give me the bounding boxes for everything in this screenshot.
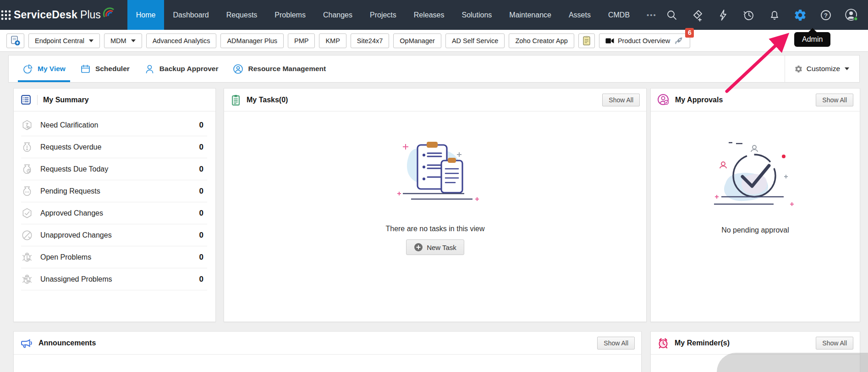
summary-row-label: Requests Due Today	[40, 165, 108, 173]
unapproved-changes-icon	[21, 229, 33, 241]
tab-resource-management[interactable]: Resource Management	[225, 56, 333, 82]
my-approvals-show-all-button[interactable]: Show All	[816, 94, 853, 106]
nav-item-cmdb[interactable]: CMDB	[599, 0, 638, 30]
announcements-header: Announcements Show All	[14, 332, 641, 355]
help-icon[interactable]: ?	[819, 8, 833, 22]
servicedesk-plus-logo[interactable]: ServiceDesk Plus	[12, 0, 127, 30]
app-button-admanager-plus[interactable]: ADManager Plus	[220, 33, 284, 48]
app-button-opmanager[interactable]: OpManager	[393, 33, 441, 48]
search-icon[interactable]	[665, 8, 679, 22]
requests-overdue-icon	[21, 141, 33, 153]
summary-row-requests-overdue[interactable]: Requests Overdue 0	[21, 136, 207, 158]
new-task-button[interactable]: New Task	[406, 239, 464, 255]
app-grid-icon[interactable]	[0, 0, 12, 30]
nav-item-assets[interactable]: Assets	[560, 0, 599, 30]
summary-row-count: 0	[199, 209, 207, 218]
nav-item-home[interactable]: Home	[127, 0, 165, 30]
summary-row-need-clarification[interactable]: Need Clarification 0	[21, 114, 207, 136]
need-clarification-icon	[21, 119, 33, 131]
release-notes-button[interactable]	[578, 33, 595, 48]
user-avatar[interactable]	[845, 8, 858, 22]
customize-dropdown[interactable]: Customize	[785, 56, 853, 82]
app-button-endpoint-central[interactable]: Endpoint Central	[28, 33, 100, 48]
tab-scheduler[interactable]: Scheduler	[73, 56, 137, 82]
summary-row-requests-due-today[interactable]: Requests Due Today 0	[21, 158, 207, 180]
nav-item-changes[interactable]: Changes	[314, 0, 361, 30]
notification-count-badge: 6	[685, 28, 694, 38]
app-button-label: Site24x7	[357, 37, 383, 44]
tab-label: Backup Approver	[159, 65, 219, 73]
caret-down-icon	[89, 39, 93, 42]
tab-label: Scheduler	[95, 65, 130, 73]
zoho-swoosh-icon	[102, 6, 115, 20]
grid-dots-icon	[0, 9, 12, 21]
my-tasks-show-all-button[interactable]: Show All	[602, 94, 640, 106]
admin-tooltip-label: Admin	[802, 35, 823, 43]
brand-name-bold: ServiceDesk	[14, 9, 77, 21]
nav-item-requests[interactable]: Requests	[218, 0, 266, 30]
summary-row-pending-requests[interactable]: Pending Requests 0	[21, 180, 207, 202]
app-button-site24x7[interactable]: Site24x7	[351, 33, 389, 48]
quick-actions-lightning-icon[interactable]	[716, 8, 730, 22]
tab-backup-approver[interactable]: Backup Approver	[137, 56, 226, 82]
summary-row-open-problems[interactable]: Open Problems 0	[21, 246, 207, 268]
app-button-label: Endpoint Central	[35, 37, 84, 44]
app-button-pmp[interactable]: PMP	[288, 33, 315, 48]
my-reminders-show-all-button[interactable]: Show All	[816, 337, 853, 350]
header-divider	[37, 95, 38, 105]
document-add-icon	[10, 35, 21, 46]
app-button-mdm[interactable]: MDM	[104, 33, 142, 48]
nav-more-ellipsis[interactable]: •••	[638, 0, 665, 30]
nav-item-dashboard[interactable]: Dashboard	[164, 0, 217, 30]
my-summary-header: My Summary	[14, 89, 215, 111]
unassigned-problems-icon	[21, 273, 33, 285]
app-button-ad-self-service[interactable]: AD Self Service	[445, 33, 505, 48]
rocket-icon	[674, 36, 684, 46]
app-button-label: Advanced Analytics	[153, 37, 210, 44]
summary-row-label: Approved Changes	[40, 209, 103, 217]
product-overview-label: Product Overview	[618, 37, 670, 44]
svg-text:?: ?	[824, 12, 828, 19]
summary-row-label: Open Problems	[40, 253, 91, 261]
notifications-bell-icon[interactable]	[768, 8, 781, 22]
app-button-advanced-analytics[interactable]: Advanced Analytics	[146, 33, 217, 48]
app-button-label: MDM	[110, 37, 126, 44]
approved-changes-icon	[21, 207, 33, 219]
my-approvals-empty-state: No pending approval	[651, 111, 860, 234]
settings-gear-icon[interactable]	[793, 8, 807, 22]
requests-due-today-icon	[21, 163, 33, 175]
ticket-add-icon[interactable]	[691, 8, 704, 22]
pie-chart-icon	[22, 64, 33, 74]
summary-row-approved-changes[interactable]: Approved Changes 0	[21, 202, 207, 224]
nav-item-releases[interactable]: Releases	[405, 0, 453, 30]
summary-row-count: 0	[199, 275, 207, 284]
new-request-doc-button[interactable]	[6, 33, 24, 48]
my-tasks-panel: My Tasks(0) Show All There are no tasks …	[224, 88, 647, 322]
tab-label: Resource Management	[248, 65, 326, 73]
nav-item-problems[interactable]: Problems	[266, 0, 314, 30]
tab-my-view[interactable]: My View	[15, 56, 73, 82]
summary-row-unassigned-problems[interactable]: Unassigned Problems 0	[21, 268, 207, 290]
tasks-clipboard-icon	[231, 94, 241, 106]
nav-item-solutions[interactable]: Solutions	[453, 0, 500, 30]
announcements-megaphone-icon	[20, 338, 33, 349]
nav-item-projects[interactable]: Projects	[361, 0, 405, 30]
summary-row-unapproved-changes[interactable]: Unapproved Changes 0	[21, 224, 207, 246]
caret-down-icon	[131, 39, 136, 42]
product-overview-button[interactable]: Product Overview 6	[599, 33, 690, 48]
app-button-zoho-creator-app[interactable]: Zoho Creator App	[509, 33, 574, 48]
app-button-label: ADManager Plus	[227, 37, 277, 44]
integrations-toolbar: Endpoint Central MDM Advanced Analytics …	[0, 30, 868, 52]
panel-title: My Reminder(s)	[675, 339, 730, 347]
nav-item-maintenance[interactable]: Maintenance	[500, 0, 560, 30]
history-icon[interactable]	[742, 8, 756, 22]
new-task-label: New Task	[427, 244, 456, 251]
announcements-panel: Announcements Show All	[13, 331, 642, 372]
top-navigation-bar: ServiceDesk Plus Home Dashboard Requests…	[0, 0, 868, 30]
summary-list-icon	[20, 94, 32, 105]
announcements-show-all-button[interactable]: Show All	[597, 337, 635, 350]
customize-label: Customize	[807, 65, 840, 73]
app-button-kmp[interactable]: KMP	[319, 33, 346, 48]
summary-row-count: 0	[199, 165, 207, 174]
panel-title: My Approvals	[675, 96, 723, 104]
